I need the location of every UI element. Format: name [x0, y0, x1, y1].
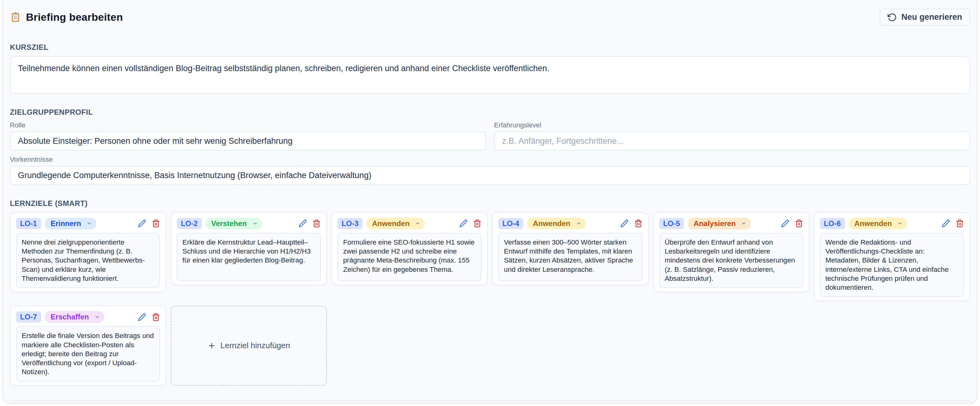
regenerate-button[interactable]: Neu generieren [880, 9, 970, 25]
objective-actions [299, 219, 321, 228]
rolle-field-group: Rolle [10, 116, 486, 151]
objective-actions [620, 219, 643, 228]
trash-icon [312, 219, 321, 228]
level-select[interactable]: Verstehen [205, 218, 262, 229]
pencil-icon [459, 219, 468, 228]
add-objective-label: Lernziel hinzufügen [220, 341, 290, 350]
objective-text[interactable]: Formuliere eine SEO-fokussierte H1 sowie… [337, 233, 482, 281]
objective-card-header: LO-2 Verstehen [177, 218, 321, 229]
objective-text[interactable]: Überprüfe den Entwurf anhand von Lesbark… [659, 233, 803, 288]
page-title: Briefing bearbeiten [26, 11, 123, 23]
level-select-value: Anwenden [372, 219, 409, 228]
header: Briefing bearbeiten Neu generieren [10, 1, 970, 25]
erfahrungslevel-input[interactable] [494, 131, 970, 151]
rolle-label: Rolle [10, 121, 486, 129]
objective-id-badge: LO-1 [16, 218, 41, 229]
level-select-value: Erschaffen [51, 313, 89, 321]
delete-objective-button[interactable] [795, 219, 803, 228]
chevron-down-icon [415, 221, 420, 226]
objective-card: LO-3 Anwenden [331, 212, 488, 285]
vorkenntnisse-input[interactable] [10, 166, 970, 185]
level-select[interactable]: Analysieren [688, 218, 751, 229]
objective-card: LO-7 Erschaffen [10, 306, 166, 385]
delete-objective-button[interactable] [473, 219, 482, 228]
level-select-value: Verstehen [212, 219, 247, 228]
level-select[interactable]: Erschaffen [45, 311, 105, 323]
objective-text[interactable]: Wende die Redaktions- und Veröffentlichu… [820, 233, 964, 297]
objective-card-header: LO-7 Erschaffen [16, 311, 160, 323]
footer: Speichern und weiter [10, 401, 970, 403]
objective-actions [942, 219, 964, 228]
level-select[interactable]: Anwenden [366, 218, 425, 229]
objective-text[interactable]: Verfasse einen 300–500 Wörter starken En… [498, 233, 642, 281]
objective-card: LO-2 Verstehen [170, 212, 327, 285]
edit-objective-button[interactable] [138, 313, 146, 321]
chevron-down-icon [86, 221, 92, 226]
chevron-down-icon [576, 221, 581, 226]
trash-icon [634, 219, 643, 228]
objective-id-badge: LO-4 [498, 218, 523, 229]
objective-id-badge: LO-7 [16, 311, 41, 323]
level-select-value: Anwenden [533, 219, 570, 228]
vorkenntnisse-field-group: Vorkenntnisse [10, 156, 970, 185]
objective-card: LO-4 Anwenden [492, 212, 648, 285]
objective-id-badge: LO-3 [337, 218, 363, 229]
delete-objective-button[interactable] [634, 219, 643, 228]
objective-actions [781, 219, 803, 228]
delete-objective-button[interactable] [956, 219, 964, 228]
plus-icon [208, 342, 216, 350]
chevron-down-icon [253, 221, 258, 226]
edit-objective-button[interactable] [781, 219, 789, 228]
kurzziel-textarea[interactable]: Teilnehmende können einen vollständigen … [10, 56, 970, 94]
objective-card-header: LO-6 Anwenden [820, 218, 964, 229]
kurzziel-section-label: KURSZIEL [10, 43, 970, 52]
objective-card: LO-1 Erinnern [10, 212, 166, 292]
delete-objective-button[interactable] [152, 313, 160, 321]
objective-text[interactable]: Erkläre die Kernstruktur Lead–Hauptteil–… [177, 233, 321, 281]
trash-icon [152, 313, 160, 321]
edit-objective-button[interactable] [620, 219, 628, 228]
rolle-input[interactable] [10, 131, 486, 151]
chevron-down-icon [95, 314, 100, 320]
objective-id-badge: LO-2 [177, 218, 202, 229]
level-select-value: Analysieren [694, 219, 735, 228]
objective-text[interactable]: Nenne drei zielgruppenorientierte Method… [16, 233, 160, 288]
level-select[interactable]: Anwenden [527, 218, 585, 229]
objectives-section-label: LERNZIELE (SMART) [10, 199, 970, 208]
zielgruppe-section-label: ZIELGRUPPENPROFIL [10, 108, 970, 116]
chevron-down-icon [897, 221, 903, 226]
chevron-down-icon [741, 221, 746, 226]
edit-objective-button[interactable] [299, 219, 307, 228]
pencil-icon [299, 219, 307, 228]
erfahrungslevel-field-group: Erfahrungslevel [494, 116, 970, 151]
objective-actions [138, 313, 160, 321]
clipboard-icon [10, 12, 21, 23]
delete-objective-button[interactable] [312, 219, 321, 228]
edit-objective-button[interactable] [942, 219, 950, 228]
pencil-icon [620, 219, 628, 228]
objective-card-header: LO-5 Analysieren [659, 218, 803, 229]
edit-objective-button[interactable] [459, 219, 468, 228]
zielgruppe-row: Rolle Erfahrungslevel [10, 116, 970, 151]
objective-text[interactable]: Erstelle die finale Version des Beitrags… [16, 326, 160, 381]
objective-card-header: LO-3 Anwenden [337, 218, 482, 229]
pencil-icon [942, 219, 950, 228]
objective-card: LO-6 Anwenden [814, 212, 970, 301]
level-select[interactable]: Anwenden [849, 218, 907, 229]
delete-objective-button[interactable] [152, 219, 160, 228]
briefing-editor-panel: Briefing bearbeiten Neu generieren KURSZ… [2, 0, 978, 403]
add-objective-card[interactable]: Lernziel hinzufügen [170, 306, 327, 385]
trash-icon [795, 219, 803, 228]
level-select-value: Anwenden [854, 219, 892, 228]
objective-card-header: LO-4 Anwenden [498, 218, 642, 229]
vorkenntnisse-label: Vorkenntnisse [10, 156, 970, 164]
trash-icon [956, 219, 964, 228]
pencil-icon [138, 313, 146, 321]
edit-objective-button[interactable] [138, 219, 146, 228]
objective-actions [138, 219, 160, 228]
objectives-grid: LO-1 Erinnern [10, 212, 970, 386]
level-select[interactable]: Erinnern [45, 218, 97, 229]
objective-card: LO-5 Analysieren [653, 212, 810, 292]
trash-icon [473, 219, 482, 228]
objective-card-header: LO-1 Erinnern [16, 218, 160, 229]
